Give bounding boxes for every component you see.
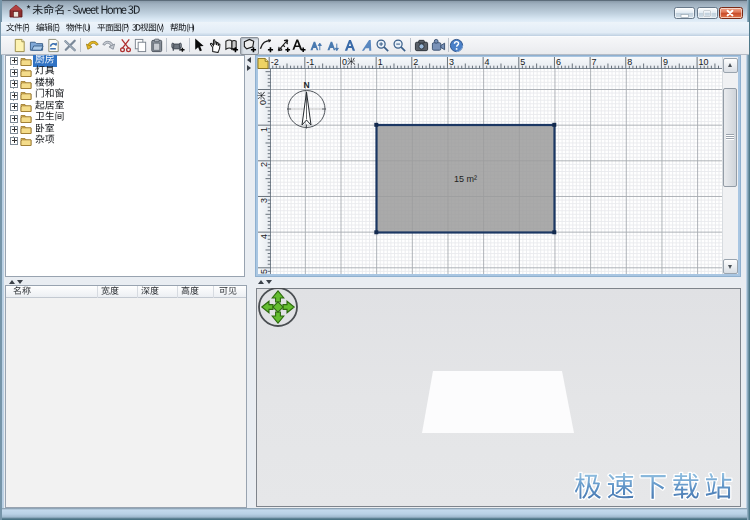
svg-text:15 m²: 15 m² bbox=[453, 173, 476, 183]
svg-text:N: N bbox=[303, 80, 309, 90]
